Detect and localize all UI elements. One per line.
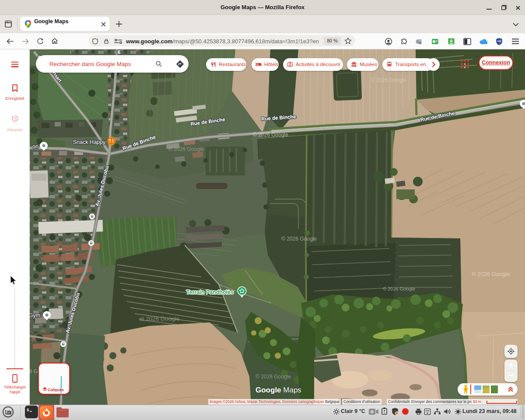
svg-text:© 2026 Google: © 2026 Google [253, 132, 288, 138]
svg-text:© 2026 Google: © 2026 Google [281, 236, 317, 242]
svg-text:© 2026 Google: © 2026 Google [472, 271, 510, 277]
svg-text:on: on [32, 144, 38, 150]
svg-text:Gym: Gym [29, 312, 40, 318]
svg-text:© 2026 Google: © 2026 Google [371, 77, 406, 83]
svg-text:et 2026 Google: et 2026 Google [139, 315, 179, 322]
svg-text:$: $ [27, 408, 29, 413]
svg-text:© 2026 Google: © 2026 Google [168, 146, 204, 152]
svg-text:Terrain Pandholès: Terrain Pandholès [186, 289, 234, 295]
svg-text:© 2026 Google: © 2026 Google [383, 286, 415, 291]
svg-text:© 2026 Google: © 2026 Google [256, 374, 291, 380]
svg-text:Snack Happy: Snack Happy [73, 139, 106, 145]
